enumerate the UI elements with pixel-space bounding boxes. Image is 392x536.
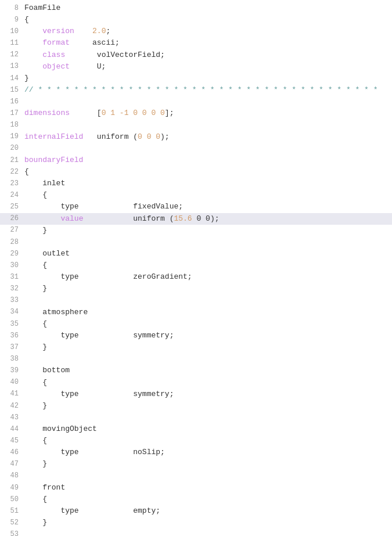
- token: );: [160, 132, 170, 141]
- line-number: 24: [2, 190, 19, 201]
- token: ;: [106, 27, 110, 35]
- line-content: [24, 528, 29, 536]
- token: }: [24, 459, 47, 468]
- line-number: 49: [2, 483, 19, 494]
- token: 0 0);: [192, 214, 220, 223]
- code-line: 31 type zeroGradient;: [0, 271, 392, 283]
- token: format: [24, 38, 70, 47]
- line-number: 51: [2, 506, 19, 517]
- token: // * * * * * * * * * * * * * * * * * * *…: [24, 85, 378, 94]
- line-number: 26: [2, 213, 19, 224]
- token: 2.0: [92, 27, 106, 35]
- code-line: 28: [0, 236, 392, 248]
- token: volVectorField;: [65, 51, 165, 59]
- line-number: 37: [2, 342, 19, 353]
- token: }: [24, 401, 47, 410]
- line-number: 15: [2, 85, 19, 96]
- line-number: 25: [2, 202, 19, 213]
- line-content: [24, 236, 29, 248]
- line-number: 11: [2, 38, 19, 49]
- code-line: 14}: [0, 73, 392, 84]
- line-number: 8: [2, 3, 19, 14]
- line-number: 10: [2, 26, 19, 37]
- token: atmosphere: [24, 308, 88, 316]
- line-content: [24, 96, 29, 107]
- line-number: 31: [2, 272, 19, 283]
- line-content: [24, 353, 29, 365]
- line-content: dimensions [0 1 -1 0 0 0 0];: [24, 107, 174, 119]
- token: uniform (: [83, 132, 138, 141]
- token: inlet: [24, 179, 65, 188]
- line-content: format ascii;: [24, 37, 120, 49]
- line-number: 48: [2, 470, 19, 481]
- line-number: 46: [2, 447, 19, 458]
- token: type fixedValue;: [24, 202, 183, 211]
- line-content: type zeroGradient;: [24, 271, 192, 283]
- line-content: type symmetry;: [24, 330, 174, 341]
- token: 0 1 -1 0 0 0 0: [102, 109, 165, 117]
- line-content: {: [24, 318, 47, 330]
- line-content: object U;: [24, 61, 106, 73]
- code-line: 35 {: [0, 318, 392, 330]
- line-content: [24, 470, 29, 482]
- code-line: 38: [0, 353, 392, 365]
- token: {: [24, 319, 47, 328]
- code-line: 45 {: [0, 435, 392, 447]
- line-content: boundaryField: [24, 154, 83, 166]
- line-number: 16: [2, 96, 19, 107]
- line-content: type symmetry;: [24, 388, 174, 400]
- token: }: [24, 284, 47, 293]
- code-line: 18: [0, 119, 392, 131]
- code-line: 22{: [0, 166, 392, 178]
- line-content: {: [24, 377, 47, 388]
- line-number: 53: [2, 529, 19, 536]
- line-number: 34: [2, 307, 19, 318]
- token: 0 0 0: [138, 132, 160, 141]
- code-line: 12 class volVectorField;: [0, 49, 392, 61]
- line-content: {: [24, 435, 47, 447]
- line-number: 42: [2, 401, 19, 412]
- line-content: {: [24, 494, 47, 505]
- line-content: {: [24, 189, 47, 201]
- token: }: [24, 343, 47, 351]
- token: {: [24, 378, 47, 387]
- token: movingObject: [24, 425, 97, 433]
- line-number: 52: [2, 517, 19, 528]
- line-number: 18: [2, 120, 19, 131]
- line-number: 45: [2, 436, 19, 447]
- code-line: 30 {: [0, 260, 392, 271]
- token: {: [24, 167, 29, 176]
- code-line: 53: [0, 528, 392, 536]
- token: {: [24, 15, 29, 24]
- line-number: 39: [2, 365, 19, 376]
- token: type symmetry;: [24, 331, 174, 340]
- code-line: 21boundaryField: [0, 154, 392, 166]
- line-number: 50: [2, 494, 19, 505]
- token: }: [24, 518, 47, 527]
- line-number: 35: [2, 319, 19, 330]
- line-content: {: [24, 166, 29, 178]
- token: type noSlip;: [24, 448, 165, 456]
- code-line: 46 type noSlip;: [0, 447, 392, 458]
- token: {: [24, 261, 47, 269]
- line-number: 41: [2, 388, 19, 400]
- code-line: 24 {: [0, 189, 392, 201]
- code-line: 29 outlet: [0, 248, 392, 260]
- line-content: value uniform (15.6 0 0);: [24, 213, 220, 225]
- line-content: type empty;: [24, 505, 160, 517]
- line-number: 19: [2, 131, 19, 142]
- line-number: 32: [2, 283, 19, 294]
- token: ];: [165, 109, 174, 117]
- line-content: class volVectorField;: [24, 49, 165, 61]
- line-number: 40: [2, 377, 19, 388]
- token: FoamFile: [24, 3, 60, 12]
- line-content: inlet: [24, 178, 65, 189]
- token: [24, 214, 60, 223]
- code-line: 10 version 2.0;: [0, 26, 392, 37]
- token: class: [24, 51, 65, 59]
- token: value: [60, 214, 83, 223]
- line-content: version 2.0;: [24, 26, 110, 37]
- code-line: 25 type fixedValue;: [0, 201, 392, 213]
- line-number: 20: [2, 143, 19, 154]
- line-number: 23: [2, 178, 19, 189]
